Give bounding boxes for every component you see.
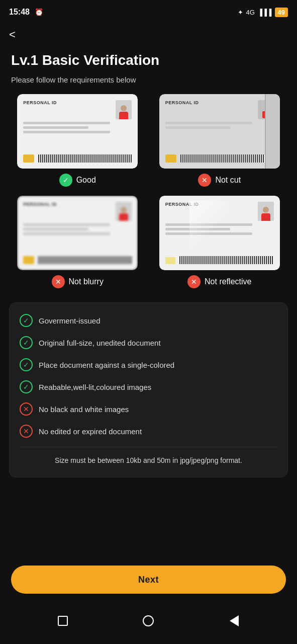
id-avatar-blurry: [116, 202, 132, 221]
nav-home-button[interactable]: [137, 610, 159, 632]
req-text-5: No edited or expired document: [39, 427, 142, 436]
req-icon-bad-4: ✕: [20, 403, 33, 416]
next-button[interactable]: Next: [11, 566, 286, 594]
next-button-wrapper: Next: [0, 557, 297, 604]
example-not-reflective: PERSONAL ID: [153, 196, 286, 288]
nav-square-button[interactable]: [52, 610, 74, 632]
id-card-visual-blurry: PERSONAL ID: [17, 196, 138, 270]
req-icon-good-0: ✓: [20, 314, 33, 327]
req-item-5: ✕ No edited or expired document: [20, 425, 277, 438]
req-icon-bad-5: ✕: [20, 425, 33, 438]
example-label-not-reflective: ✕ Not reflective: [187, 275, 251, 288]
req-item-1: ✓ Original full-size, unedited document: [20, 336, 277, 349]
status-time: 15:48: [9, 8, 30, 17]
status-bar: 15:48 ⏰ ✦ 4G ▐▐▐ 49: [0, 0, 297, 22]
req-text-2: Place document against a single-colored: [39, 361, 174, 369]
req-text-3: Reabable,well-lit,coloured images: [39, 383, 151, 391]
alarm-icon: ⏰: [35, 8, 43, 16]
bad-check-icon-reflective: ✕: [187, 275, 201, 288]
nav-back-button[interactable]: [223, 610, 245, 632]
cut-overlay: [265, 94, 280, 169]
good-check-icon: ✓: [59, 174, 72, 187]
req-item-0: ✓ Goverment-issued: [20, 314, 277, 327]
req-text-4: No black and white images: [39, 405, 129, 414]
example-good: PERSONAL ID: [11, 94, 144, 187]
req-item-3: ✓ Reabable,well-lit,coloured images: [20, 380, 277, 393]
id-card-good: PERSONAL ID: [17, 94, 138, 169]
id-avatar-reflective: [258, 202, 274, 221]
id-card-label-cut: PERSONAL ID: [165, 100, 199, 105]
signal-icon: 4G: [246, 9, 255, 16]
requirements-box: ✓ Goverment-issued ✓ Original full-size,…: [9, 302, 288, 477]
id-card-label-reflective: PERSONAL ID: [165, 202, 199, 207]
bad-check-icon-cut: ✕: [198, 174, 211, 187]
example-not-cut: PERSONAL ID ✕ Not cut: [153, 94, 286, 187]
square-icon: [58, 616, 68, 626]
id-card-visual-cut: PERSONAL ID: [159, 94, 280, 169]
id-card-visual: PERSONAL ID: [17, 94, 138, 169]
req-item-2: ✓ Place document against a single-colore…: [20, 358, 277, 371]
req-size-note: Size must be between 10kb and 50m in jpg…: [20, 455, 277, 466]
id-card-visual-reflective: PERSONAL ID: [159, 196, 280, 270]
example-label-not-cut: ✕ Not cut: [198, 174, 241, 187]
bluetooth-icon: ✦: [238, 9, 243, 16]
id-card-not-blurry: PERSONAL ID: [17, 196, 138, 270]
examples-grid: PERSONAL ID: [0, 94, 297, 298]
example-not-blurry: PERSONAL ID: [11, 196, 144, 288]
back-icon: [230, 615, 239, 626]
id-avatar: [116, 100, 132, 119]
home-icon: [143, 615, 154, 626]
id-card-not-cut: PERSONAL ID: [159, 94, 280, 169]
page-subtitle: Please follow the requirements below: [0, 71, 297, 94]
bottom-nav: [0, 604, 297, 644]
req-divider: [20, 447, 277, 447]
id-card-label-blurry: PERSONAL ID: [23, 202, 57, 207]
id-card-not-reflective: PERSONAL ID: [159, 196, 280, 270]
id-card-label: PERSONAL ID: [23, 100, 57, 105]
network-bars: ▐▐▐: [258, 9, 272, 16]
example-label-not-blurry: ✕ Not blurry: [52, 275, 104, 288]
req-icon-good-2: ✓: [20, 358, 33, 371]
req-item-4: ✕ No black and white images: [20, 403, 277, 416]
bad-check-icon-blurry: ✕: [52, 275, 65, 288]
req-icon-good-1: ✓: [20, 336, 33, 349]
req-text-0: Goverment-issued: [39, 316, 101, 325]
status-icons: ✦ 4G ▐▐▐ 49: [238, 8, 288, 17]
req-text-1: Original full-size, unedited document: [39, 339, 161, 347]
example-label-good: ✓ Good: [59, 174, 96, 187]
back-button[interactable]: <: [0, 22, 297, 44]
battery-icon: 49: [275, 8, 288, 17]
req-icon-good-3: ✓: [20, 380, 33, 393]
page-title: Lv.1 Basic Verification: [0, 44, 297, 71]
